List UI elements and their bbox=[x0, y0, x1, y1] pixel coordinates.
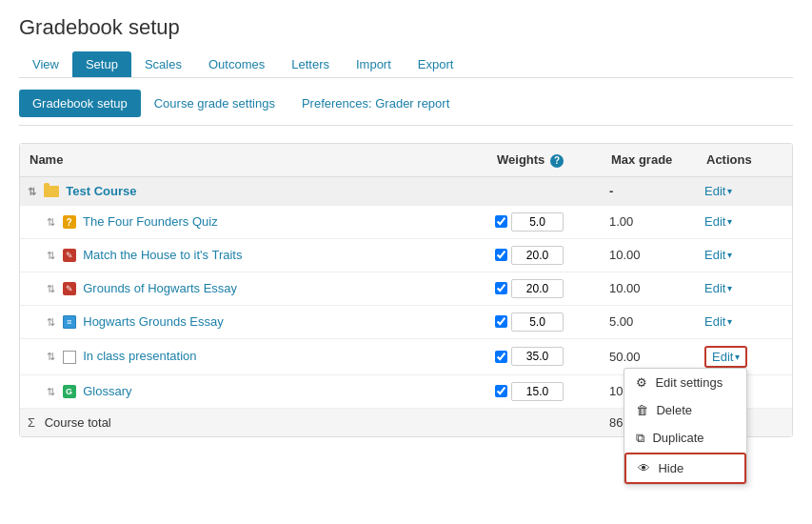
item-name[interactable]: The Four Founders Quiz bbox=[83, 214, 218, 229]
row-name-cell: ⇅ Test Course bbox=[20, 176, 487, 205]
max-grade-cell: 5.00 bbox=[602, 305, 697, 338]
weight-input[interactable] bbox=[511, 212, 564, 232]
actions-cell: Edit ▾ bbox=[697, 305, 792, 338]
sigma-icon: Σ bbox=[28, 415, 35, 430]
move-icon[interactable]: ⇅ bbox=[47, 351, 55, 362]
move-icon[interactable]: ⇅ bbox=[47, 250, 55, 261]
move-icon[interactable]: ⇅ bbox=[47, 316, 55, 328]
weight-checkbox[interactable] bbox=[495, 351, 507, 363]
weight-cell bbox=[487, 176, 602, 205]
col-header-max-grade: Max grade bbox=[602, 144, 697, 176]
edit-button[interactable]: Edit ▾ bbox=[704, 314, 732, 329]
max-grade-cell: 10.00 bbox=[602, 238, 697, 272]
assignment-icon bbox=[63, 282, 76, 295]
tab-view[interactable]: View bbox=[19, 51, 72, 77]
row-name-cell: ⇅ Match the House to it's Traits bbox=[20, 238, 487, 272]
weight-input[interactable] bbox=[511, 312, 564, 332]
tab-outcomes[interactable]: Outcomes bbox=[195, 51, 278, 77]
tab-letters[interactable]: Letters bbox=[278, 51, 343, 77]
checkbox-item-icon bbox=[63, 351, 76, 364]
assignment-icon bbox=[63, 249, 76, 262]
edit-button-highlighted[interactable]: Edit ▾ bbox=[704, 346, 747, 368]
dropdown-menu: ⚙ Edit settings 🗑 Delete ⧉ Duplicate bbox=[624, 368, 747, 485]
weight-checkbox[interactable] bbox=[495, 385, 507, 397]
weight-input[interactable] bbox=[511, 382, 564, 401]
weight-cell bbox=[487, 374, 602, 408]
weight-cell bbox=[487, 238, 602, 272]
subnav-course-grade-settings[interactable]: Course grade settings bbox=[141, 90, 288, 117]
trash-icon: 🗑 bbox=[636, 403, 648, 417]
table-row: ⇅ Hogwarts Grounds Essay 5.00 Edit bbox=[20, 305, 792, 338]
item-name[interactable]: In class presentation bbox=[83, 349, 196, 363]
max-grade-cell: 10.00 bbox=[602, 272, 697, 305]
weight-input[interactable] bbox=[511, 347, 564, 366]
essay-icon bbox=[63, 315, 76, 329]
col-header-actions: Actions bbox=[697, 144, 792, 176]
tab-scales[interactable]: Scales bbox=[131, 51, 195, 77]
nav-tabs: View Setup Scales Outcomes Letters Impor… bbox=[19, 51, 793, 78]
item-name[interactable]: Hogwarts Grounds Essay bbox=[83, 314, 223, 329]
col-header-weights: Weights ? bbox=[487, 144, 602, 176]
weight-checkbox[interactable] bbox=[495, 315, 507, 328]
dropdown-item-hide[interactable]: 👁 Hide bbox=[624, 453, 746, 484]
tab-export[interactable]: Export bbox=[405, 51, 467, 77]
course-name[interactable]: Test Course bbox=[66, 184, 136, 198]
table-row: ⇅ The Four Founders Quiz 1.00 Edit bbox=[20, 205, 792, 238]
weight-cell bbox=[487, 338, 602, 374]
weights-info-icon[interactable]: ? bbox=[550, 154, 564, 168]
table-row: ⇅ Test Course - Edit ▾ bbox=[20, 176, 792, 205]
tab-import[interactable]: Import bbox=[343, 51, 405, 77]
table-row: ⇅ Match the House to it's Traits 10.00 bbox=[20, 238, 792, 272]
move-icon[interactable]: ⇅ bbox=[47, 216, 55, 228]
weight-cell bbox=[487, 205, 602, 238]
weight-input[interactable] bbox=[511, 279, 564, 298]
edit-button[interactable]: Edit ▾ bbox=[704, 214, 732, 229]
row-name-cell: ⇅ In class presentation bbox=[20, 338, 487, 374]
page-title: Gradebook setup bbox=[19, 15, 793, 40]
item-name[interactable]: Grounds of Hogwarts Essay bbox=[83, 281, 237, 295]
tab-setup[interactable]: Setup bbox=[72, 51, 131, 77]
item-name[interactable]: Glossary bbox=[83, 384, 131, 398]
dropdown-wrapper: Edit ▾ ⚙ Edit settings 🗑 Delet bbox=[704, 346, 747, 368]
actions-cell: Edit ▾ bbox=[697, 238, 792, 272]
dropdown-item-edit-settings[interactable]: ⚙ Edit settings bbox=[624, 369, 746, 396]
page-container: Gradebook setup View Setup Scales Outcom… bbox=[0, 0, 812, 453]
col-header-name: Name bbox=[20, 144, 487, 176]
edit-button[interactable]: Edit ▾ bbox=[704, 248, 732, 262]
chevron-down-icon: ▾ bbox=[727, 250, 732, 260]
max-grade-cell: 1.00 bbox=[602, 205, 697, 238]
dropdown-item-duplicate[interactable]: ⧉ Duplicate bbox=[624, 424, 746, 453]
chevron-down-icon: ▾ bbox=[735, 352, 740, 362]
actions-cell: Edit ▾ ⚙ Edit settings 🗑 Delet bbox=[697, 338, 792, 374]
row-name-cell: ⇅ The Four Founders Quiz bbox=[20, 205, 487, 238]
chevron-down-icon: ▾ bbox=[727, 186, 732, 196]
subnav-preferences-grader[interactable]: Preferences: Grader report bbox=[288, 90, 463, 117]
weight-input[interactable] bbox=[511, 246, 564, 265]
edit-button[interactable]: Edit ▾ bbox=[704, 281, 732, 295]
glossary-icon bbox=[63, 385, 76, 398]
weight-checkbox[interactable] bbox=[495, 249, 507, 261]
sub-nav: Gradebook setup Course grade settings Pr… bbox=[19, 90, 793, 126]
actions-cell: Edit ▾ bbox=[697, 176, 792, 205]
dropdown-item-delete[interactable]: 🗑 Delete bbox=[624, 396, 746, 424]
row-name-cell: ⇅ Hogwarts Grounds Essay bbox=[20, 305, 487, 338]
item-name[interactable]: Match the House to it's Traits bbox=[83, 248, 242, 262]
weight-cell bbox=[487, 272, 602, 305]
table-row: ⇅ Grounds of Hogwarts Essay 10.00 Edit bbox=[20, 272, 792, 305]
move-icon[interactable]: ⇅ bbox=[28, 186, 36, 197]
row-name-cell: ⇅ Glossary bbox=[20, 374, 487, 408]
gradebook-table: Name Weights ? Max grade Actions ⇅ Test … bbox=[19, 143, 793, 437]
move-icon[interactable]: ⇅ bbox=[47, 386, 55, 397]
edit-button[interactable]: Edit ▾ bbox=[704, 184, 732, 198]
total-weight-cell bbox=[487, 408, 602, 436]
move-icon[interactable]: ⇅ bbox=[47, 283, 55, 294]
weight-checkbox[interactable] bbox=[495, 282, 507, 294]
chevron-down-icon: ▾ bbox=[727, 283, 732, 293]
chevron-down-icon: ▾ bbox=[727, 316, 732, 327]
weight-checkbox[interactable] bbox=[495, 215, 507, 228]
actions-cell: Edit ▾ bbox=[697, 272, 792, 305]
subnav-gradebook-setup[interactable]: Gradebook setup bbox=[19, 90, 141, 117]
weight-cell bbox=[487, 305, 602, 338]
actions-cell: Edit ▾ bbox=[697, 205, 792, 238]
total-label-cell: Σ Course total bbox=[20, 408, 487, 436]
